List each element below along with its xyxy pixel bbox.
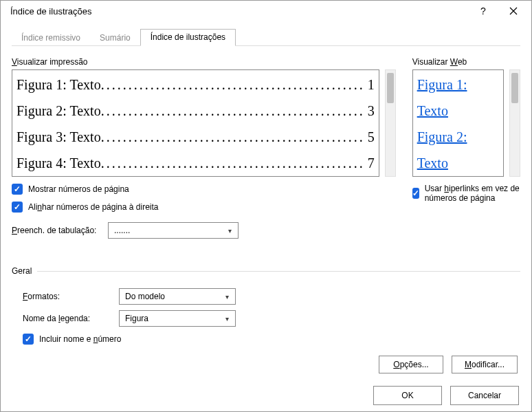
chevron-down-icon: ▾ <box>221 293 232 301</box>
formats-combo[interactable]: Do modelo ▾ <box>119 288 236 305</box>
align-right-row[interactable]: Alinhar números de página à direita <box>12 202 396 213</box>
cancel-button[interactable]: Cancelar <box>450 386 519 405</box>
web-preview-link: Figura 1: Texto <box>417 72 499 124</box>
modify-button[interactable]: Modificar... <box>452 356 518 373</box>
chevron-down-icon: ▾ <box>224 227 235 235</box>
print-preview-box: Figura 1: Texto.........................… <box>12 69 379 177</box>
options-row: Opções... Modificar... <box>12 356 520 373</box>
align-right-label: Alinhar números de página à direita <box>28 202 158 212</box>
dialog-title: Índice de ilustrações <box>10 6 468 17</box>
general-group-header: Geral <box>12 266 520 276</box>
tab-leader-label: Preench. de tabulação: <box>12 226 101 235</box>
scrollbar-thumb[interactable] <box>511 73 518 103</box>
chevron-down-icon: ▾ <box>221 315 232 323</box>
tab-illustrations[interactable]: Índice de ilustrações <box>140 29 236 46</box>
dialog: Índice de ilustrações ? Índice remissivo… <box>0 0 532 412</box>
preview-line: Figura 3: Texto.........................… <box>16 124 375 150</box>
preview-line: Figura 4: Texto.........................… <box>16 150 375 176</box>
scrollbar-thumb[interactable] <box>387 73 394 103</box>
web-preview-col: Visualizar Web Figura 1: Texto Figura 2:… <box>412 57 520 239</box>
print-preview-scrollbar[interactable] <box>385 69 396 177</box>
formats-value: Do modelo <box>125 292 165 301</box>
tab-leader-combo[interactable]: ....... ▾ <box>108 222 239 239</box>
include-name-number-row[interactable]: Incluir nome e número <box>23 334 520 345</box>
align-right-checkbox[interactable] <box>12 202 23 213</box>
content: Índice remissivo Sumário Índice de ilust… <box>1 21 531 373</box>
tab-leader-value: ....... <box>114 226 130 235</box>
general-group-body: Formatos: Do modelo ▾ Nome da legenda: F… <box>12 276 520 345</box>
show-page-numbers-row[interactable]: Mostrar números de página <box>12 184 396 195</box>
ok-button[interactable]: OK <box>373 386 442 405</box>
tab-leader-row: Preench. de tabulação: ....... ▾ <box>12 222 396 239</box>
web-preview-row: Figura 1: Texto Figura 2: Texto Figura 3… <box>412 69 520 177</box>
print-preview-label: Visualizar impressão <box>12 57 396 67</box>
preview-line: Figura 1: Texto.........................… <box>16 72 375 98</box>
web-preview-box: Figura 1: Texto Figura 2: Texto Figura 3… <box>412 69 504 177</box>
print-preview-row: Figura 1: Texto.........................… <box>12 69 396 177</box>
caption-row: Nome da legenda: Figura ▾ <box>23 310 520 327</box>
titlebar: Índice de ilustrações ? <box>1 1 531 21</box>
tab-toc[interactable]: Sumário <box>90 30 140 46</box>
help-button[interactable]: ? <box>468 1 498 21</box>
use-hyperlinks-label: Usar hiperlinks em vez de números de pág… <box>425 184 520 203</box>
show-page-numbers-label: Mostrar números de página <box>28 184 129 194</box>
formats-label: Formatos: <box>23 292 112 301</box>
caption-combo[interactable]: Figura ▾ <box>119 310 236 327</box>
caption-label: Nome da legenda: <box>23 314 112 323</box>
caption-value: Figura <box>125 314 148 323</box>
preview-line: Figura 2: Texto.........................… <box>16 98 375 124</box>
tab-index[interactable]: Índice remissivo <box>12 30 90 46</box>
web-preview-scrollbar[interactable] <box>509 69 520 177</box>
show-page-numbers-checkbox[interactable] <box>12 184 23 195</box>
footer: OK Cancelar <box>1 373 531 412</box>
use-hyperlinks-row[interactable]: Usar hiperlinks em vez de números de pág… <box>412 184 520 203</box>
web-preview-label: Visualizar Web <box>412 57 520 67</box>
general-group-label: Geral <box>12 266 32 276</box>
web-preview-link: Figura 2: Texto <box>417 124 499 176</box>
options-button[interactable]: Opções... <box>379 356 443 373</box>
columns: Visualizar impressão Figura 1: Texto....… <box>12 46 520 239</box>
web-preview-link: Figura 3: Texto <box>417 176 499 177</box>
close-button[interactable] <box>498 1 529 21</box>
tab-row: Índice remissivo Sumário Índice de ilust… <box>12 28 520 46</box>
print-preview-col: Visualizar impressão Figura 1: Texto....… <box>12 57 396 239</box>
formats-row: Formatos: Do modelo ▾ <box>23 288 520 305</box>
include-name-number-label: Incluir nome e número <box>39 334 121 344</box>
close-icon <box>509 7 518 15</box>
include-name-number-checkbox[interactable] <box>23 334 34 345</box>
use-hyperlinks-checkbox[interactable] <box>412 188 419 199</box>
group-divider <box>37 271 520 272</box>
